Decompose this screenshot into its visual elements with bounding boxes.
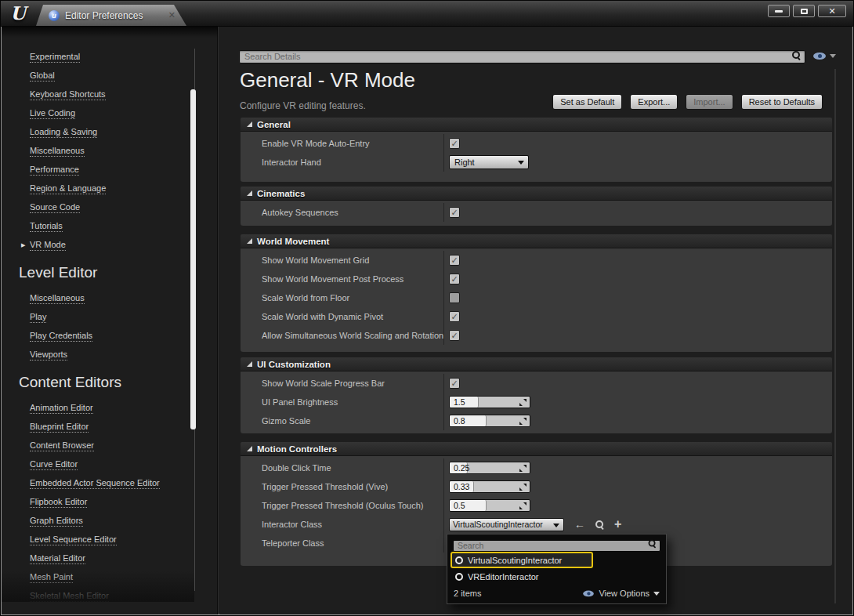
checkbox-scale-world-from-floor[interactable]: [449, 292, 460, 303]
tab-editor-preferences[interactable]: u Editor Preferences ✕: [36, 5, 186, 26]
property-row: UI Panel Brightness 1.5: [241, 393, 832, 411]
search-details-input[interactable]: [239, 50, 805, 63]
popup-view-options-button[interactable]: View Options: [582, 587, 660, 600]
trigger-threshold-oculus-spinbox[interactable]: 0.5: [449, 499, 530, 512]
double-click-time-spinbox[interactable]: 0.25: [449, 462, 530, 474]
section-header-cinematics[interactable]: Cinematics: [241, 187, 832, 201]
section-header-ui-customization[interactable]: UI Customization: [241, 357, 832, 371]
expanded-arrow-icon: [247, 446, 252, 451]
tab-close-icon[interactable]: ✕: [168, 11, 176, 20]
check-icon: ✓: [451, 332, 458, 340]
sidebar-item-material-editor[interactable]: Material Editor: [2, 549, 218, 568]
sidebar-item-region-language[interactable]: Region & Language: [2, 179, 218, 198]
sidebar-item-performance[interactable]: Performance: [2, 161, 218, 179]
section-header-world-movement[interactable]: World Movement: [241, 234, 832, 248]
check-icon: ✓: [451, 140, 458, 148]
reset-to-defaults-button[interactable]: Reset to Defaults: [741, 94, 823, 110]
sidebar-item-source-code[interactable]: Source Code: [2, 198, 218, 217]
browse-to-asset-button[interactable]: [595, 520, 604, 529]
sidebar-item-mesh-paint[interactable]: Mesh Paint: [2, 568, 218, 587]
search-icon: [649, 540, 657, 548]
maximize-button[interactable]: [793, 5, 815, 17]
check-icon: ✓: [451, 208, 458, 217]
minimize-button[interactable]: [768, 5, 790, 17]
use-selected-asset-icon[interactable]: ←: [574, 518, 585, 531]
popup-item-virtual-scouting-interactor[interactable]: VirtualScoutingInteractor: [451, 552, 593, 568]
sidebar-item-play[interactable]: Play: [2, 308, 218, 327]
sidebar-item-experimental[interactable]: Experimental: [2, 48, 218, 67]
export-button[interactable]: Export...: [630, 94, 678, 110]
interactor-class-dropdown[interactable]: VirtualScoutingInteractor: [449, 518, 564, 531]
section-body: Autokey Sequences ✓: [241, 201, 832, 226]
close-button[interactable]: ✕: [818, 5, 846, 17]
checkbox-enable-vr-auto-entry[interactable]: ✓: [449, 138, 460, 149]
check-icon: ✓: [451, 313, 458, 321]
sidebar-item-miscellaneous[interactable]: Miscellaneous: [2, 142, 218, 161]
sidebar-item-live-coding[interactable]: Live Coding: [2, 104, 218, 123]
view-options-button[interactable]: [813, 49, 836, 62]
sidebar-item-keyboard-shortcuts[interactable]: Keyboard Shortcuts: [2, 85, 218, 104]
sidebar-item-global[interactable]: Global: [2, 67, 218, 85]
sidebar-item-blueprint-editor[interactable]: Blueprint Editor: [2, 418, 218, 437]
sidebar-item-vr-mode[interactable]: ▶VR Mode: [2, 236, 218, 255]
set-as-default-button[interactable]: Set as Default: [552, 94, 622, 110]
chevron-down-icon: [653, 592, 660, 596]
chevron-down-icon: [830, 54, 836, 58]
checkbox-allow-simultaneous-scaling-rotation[interactable]: ✓: [449, 330, 460, 341]
details-scrollbar-track[interactable]: [834, 69, 836, 603]
gizmo-scale-spinbox[interactable]: 0.8: [449, 415, 530, 427]
class-circle-icon: [455, 573, 463, 581]
sidebar-item-level-sequence-editor[interactable]: Level Sequence Editor: [2, 531, 218, 549]
sidebar-item-loading-saving[interactable]: Loading & Saving: [2, 123, 218, 142]
sidebar-item-le-miscellaneous[interactable]: Miscellaneous: [2, 289, 218, 308]
magnifier-icon: [595, 520, 604, 529]
sidebar-item-flipbook-editor[interactable]: Flipbook Editor: [2, 493, 218, 512]
checkbox-scale-world-with-dynamic-pivot[interactable]: ✓: [449, 311, 460, 322]
import-button[interactable]: Import...: [686, 94, 733, 110]
class-picker-popup: VirtualScoutingInteractor VREditorIntera…: [447, 534, 667, 604]
section-body: Enable VR Mode Auto-Entry ✓ Interactor H…: [241, 132, 832, 182]
maximize-icon: [801, 9, 808, 14]
sidebar-item-embedded-actor-sequence-editor[interactable]: Embedded Actor Sequence Editor: [2, 474, 218, 493]
checkbox-show-world-scale-progress-bar[interactable]: ✓: [449, 378, 460, 389]
property-row: Double Click Time 0.25: [241, 458, 832, 477]
sidebar-item-play-credentials[interactable]: Play Credentials: [2, 327, 218, 346]
sidebar-item-content-browser[interactable]: Content Browser: [2, 437, 218, 455]
popup-footer: 2 items View Options: [447, 585, 666, 600]
sidebar-group-level-editor: Level Editor: [2, 255, 218, 289]
checkbox-show-world-movement-grid[interactable]: ✓: [449, 255, 460, 266]
eye-icon: [813, 49, 826, 62]
property-row: Interactor Hand Right: [241, 153, 832, 172]
interactor-hand-dropdown[interactable]: Right: [449, 155, 529, 169]
sidebar-item-animation-editor[interactable]: Animation Editor: [2, 399, 218, 418]
sidebar-item-viewports[interactable]: Viewports: [2, 346, 218, 364]
property-row: Enable VR Mode Auto-Entry ✓: [241, 134, 832, 153]
expanded-arrow-icon: [247, 361, 252, 367]
expanded-arrow-icon: [247, 190, 252, 196]
property-row: Show World Movement Post Process ✓: [241, 270, 832, 288]
sidebar-item-skeletal-mesh-editor[interactable]: Skeletal Mesh Editor: [2, 587, 218, 606]
popup-search-input[interactable]: [453, 540, 660, 552]
property-row: Interactor Class VirtualScoutingInteract…: [241, 515, 832, 534]
chevron-down-icon: [518, 161, 524, 165]
categories-sidebar: Experimental Global Keyboard Shortcuts L…: [2, 27, 218, 614]
window-controls: ✕: [768, 5, 846, 17]
title-bar[interactable]: U u Editor Preferences ✕ ✕: [1, 1, 853, 27]
section-header-motion-controllers[interactable]: Motion Controllers: [241, 442, 832, 456]
ui-panel-brightness-spinbox[interactable]: 1.5: [449, 396, 530, 408]
popup-item-vreditor-interactor[interactable]: VREditorInteractor: [447, 568, 666, 585]
sidebar-scrollbar-thumb[interactable]: [190, 89, 196, 429]
sidebar-item-curve-editor[interactable]: Curve Editor: [2, 455, 218, 474]
property-row: Scale World with Dynamic Pivot ✓: [241, 307, 832, 326]
sidebar-item-graph-editors[interactable]: Graph Editors: [2, 512, 218, 531]
close-icon: ✕: [828, 7, 835, 15]
drag-arrows-icon: [519, 484, 527, 491]
section-ui-customization: UI Customization Show World Scale Progre…: [241, 357, 832, 433]
add-element-button[interactable]: +: [614, 517, 621, 531]
sidebar-item-tutorials[interactable]: Tutorials: [2, 217, 218, 236]
class-circle-icon: [455, 556, 463, 564]
checkbox-show-world-movement-post-process[interactable]: ✓: [449, 274, 460, 284]
checkbox-autokey-sequences[interactable]: ✓: [449, 207, 460, 218]
trigger-threshold-vive-spinbox[interactable]: 0.33: [449, 480, 530, 493]
section-header-general[interactable]: General: [241, 118, 832, 132]
